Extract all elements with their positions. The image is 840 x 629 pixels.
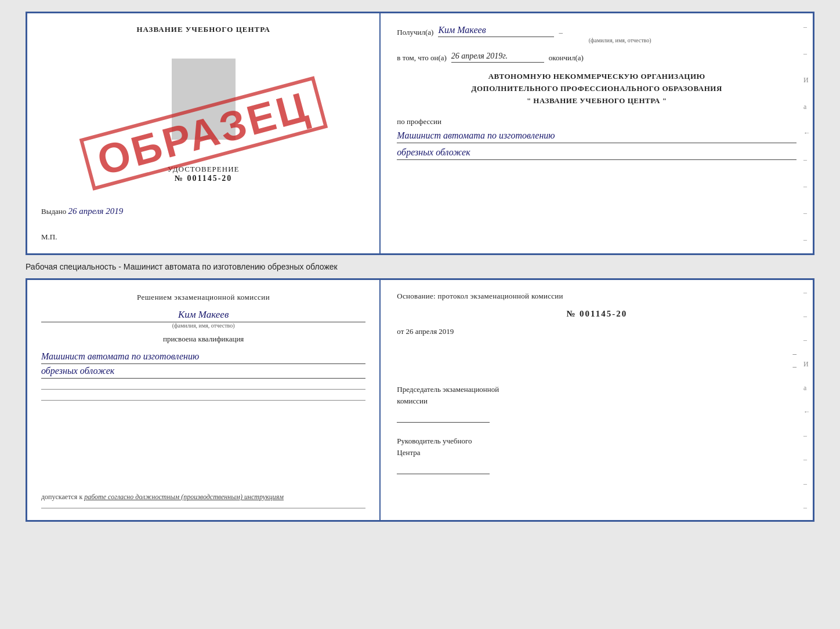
cert-left: НАЗВАНИЕ УЧЕБНОГО ЦЕНТРА УДОСТОВЕРЕНИЕ №… — [27, 13, 381, 253]
poluchil-value: Ким Макеев — [438, 25, 554, 37]
bottom-name-value: Ким Макеев — [41, 309, 365, 322]
school-name-top: НАЗВАНИЕ УЧЕБНОГО ЦЕНТРА — [136, 25, 270, 34]
osnovaniye-title: Основание: протокол экзаменационной коми… — [397, 292, 796, 301]
qualification-value2: обрезных обложек — [41, 364, 365, 379]
protocol-number: № 001145-20 — [397, 309, 796, 319]
cert-right: Получил(а) Ким Макеев – (фамилия, имя, о… — [381, 13, 813, 253]
qualification-value1: Машинист автомата по изготовлению — [41, 350, 365, 364]
dopuskaetsya-block: допускается к работе согласно должностны… — [41, 492, 365, 502]
dash1: – — [559, 28, 563, 37]
top-certificate: НАЗВАНИЕ УЧЕБНОГО ЦЕНТРА УДОСТОВЕРЕНИЕ №… — [26, 12, 814, 255]
org-line3: " НАЗВАНИЕ УЧЕБНОГО ЦЕНТРА " — [397, 95, 796, 107]
bottom-right-dashes: – – – И а ← – – – – — [801, 280, 813, 520]
bottom-certificate: Решением экзаменационной комиссии Ким Ма… — [26, 278, 814, 522]
predsedatel-label: Председатель экзаменационной комиссии — [397, 384, 796, 406]
bottom-name-block: Ким Макеев (фамилия, имя, отчество) — [41, 309, 365, 329]
vtom-value: 26 апреля 2019г. — [451, 52, 544, 63]
h-line-3 — [41, 508, 365, 508]
udostoverenie-block: УДОСТОВЕРЕНИЕ № 001145-20 — [168, 165, 240, 183]
dashes-row: – – — [397, 349, 796, 371]
bottom-right: Основание: протокол экзаменационной коми… — [381, 280, 813, 520]
org-line1: АВТОНОМНУЮ НЕКОММЕРЧЕСКУЮ ОРГАНИЗАЦИЮ — [397, 71, 796, 83]
profession-block: по профессии Машинист автомата по изгото… — [397, 117, 796, 160]
specialty-text: Рабочая специальность - Машинист автомат… — [26, 260, 814, 274]
po-professii-label: по профессии — [397, 117, 796, 126]
mp-line: М.П. — [41, 232, 365, 242]
okonchil-label: окончил(а) — [549, 53, 584, 63]
vydano-label: Выдано — [41, 207, 66, 216]
h-lines-block — [41, 389, 365, 401]
document-container: НАЗВАНИЕ УЧЕБНОГО ЦЕНТРА УДОСТОВЕРЕНИЕ №… — [26, 12, 814, 522]
poluchil-block: Получил(а) Ким Макеев – (фамилия, имя, о… — [397, 25, 796, 43]
prisvoena-text: присвоена квалификация — [41, 335, 365, 344]
vydano-line: Выдано 26 апреля 2019 — [41, 206, 365, 216]
poluchil-row: Получил(а) Ким Макеев – — [397, 25, 796, 37]
bottom-name-subtext: (фамилия, имя, отчество) — [41, 322, 365, 329]
commission-title: Решением экзаменационной комиссии — [41, 292, 365, 303]
h-line-2 — [41, 400, 365, 401]
protocol-date-of: от — [397, 327, 404, 336]
org-line2: ДОПОЛНИТЕЛЬНОГО ПРОФЕССИОНАЛЬНОГО ОБРАЗО… — [397, 83, 796, 95]
predsedatel-block: Председатель экзаменационной комиссии — [397, 384, 796, 423]
poluchil-label: Получил(а) — [397, 28, 433, 37]
udostoverenie-title: УДОСТОВЕРЕНИЕ — [168, 165, 240, 174]
bottom-qualification-block: Машинист автомата по изготовлению обрезн… — [41, 350, 365, 379]
vydano-value: 26 апреля 2019 — [68, 206, 124, 216]
photo-placeholder — [172, 59, 236, 140]
protocol-date-value: 26 апреля 2019 — [406, 327, 454, 336]
right-side-dashes: – – И а ← – – – – — [801, 13, 813, 253]
vtom-label: в том, что он(а) — [397, 53, 447, 63]
rukovoditel-signature-line — [397, 460, 490, 474]
predsedatel-signature-line — [397, 409, 490, 423]
vtom-row: в том, что он(а) 26 апреля 2019г. окончи… — [397, 52, 796, 63]
h-line-1 — [41, 389, 365, 390]
org-block: АВТОНОМНУЮ НЕКОММЕРЧЕСКУЮ ОРГАНИЗАЦИЮ ДО… — [397, 71, 796, 107]
protocol-date: от 26 апреля 2019 — [397, 327, 796, 336]
dopuskaetsya-value: работе согласно должностным (производств… — [84, 493, 284, 501]
profession-value2: обрезных обложек — [397, 146, 796, 160]
profession-value1: Машинист автомата по изготовлению — [397, 129, 796, 143]
rukovoditel-block: Руководитель учебного Центра — [397, 435, 796, 474]
poluchil-subtext: (фамилия, имя, отчество) — [443, 37, 796, 43]
udostoverenie-number: № 001145-20 — [168, 174, 240, 183]
bottom-left: Решением экзаменационной комиссии Ким Ма… — [27, 280, 381, 520]
rukovoditel-label: Руководитель учебного Центра — [397, 435, 796, 458]
dopuskaetsya-label: допускается к — [41, 493, 82, 501]
